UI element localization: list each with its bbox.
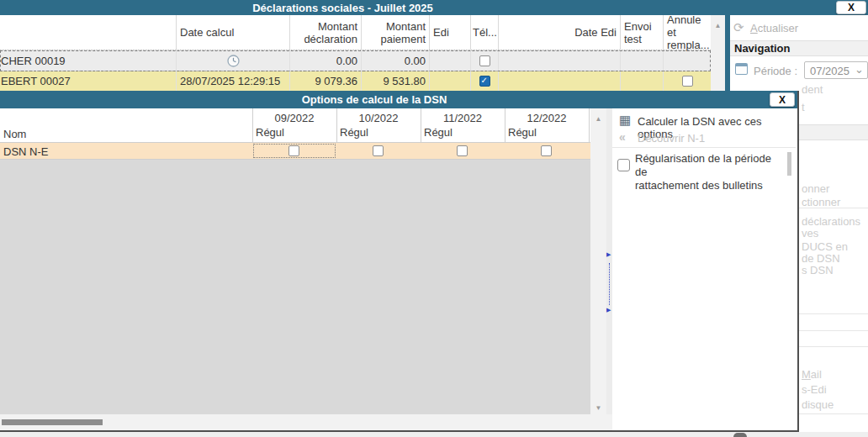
dsn-options-dialog: Options de calcul de la DSN X Nom 09/202… bbox=[0, 91, 799, 432]
dialog-horizontal-scrollbar[interactable] bbox=[0, 414, 612, 430]
regul-subheader: Régul bbox=[424, 126, 453, 139]
periode-select[interactable]: 07/2025 ⌄ bbox=[804, 61, 868, 79]
row-envoi-test bbox=[621, 50, 664, 71]
dialog-close-button[interactable]: X bbox=[770, 92, 795, 107]
row-montant-paiement: 0.00 bbox=[362, 50, 430, 71]
row-date-edi bbox=[499, 50, 621, 71]
row-edi bbox=[430, 71, 471, 91]
regul-checkbox-12-2022[interactable] bbox=[541, 145, 552, 156]
month-header[interactable]: 10/2022 bbox=[336, 112, 421, 124]
regularisation-checkbox[interactable] bbox=[617, 159, 630, 171]
clipped-menu-item[interactable]: ctionner bbox=[802, 196, 840, 208]
scroll-up-icon[interactable]: ▲ bbox=[590, 115, 606, 124]
column-header-tel[interactable]: Tél... bbox=[471, 15, 499, 50]
periode-label: Période : bbox=[754, 65, 797, 77]
dialog-vertical-scrollbar[interactable]: ▲ ▼ bbox=[590, 108, 606, 414]
panel-splitter[interactable]: ▶ ▶ bbox=[606, 108, 612, 414]
regul-checkbox-09-2022[interactable] bbox=[288, 145, 299, 156]
regul-subheader: Régul bbox=[508, 126, 537, 139]
annule-checkbox[interactable] bbox=[682, 76, 693, 87]
pending-clock-icon bbox=[227, 55, 240, 67]
app-screen: Déclarations sociales - Juillet 2025 X D… bbox=[0, 0, 868, 437]
row-montant-declaration: 0.00 bbox=[290, 50, 362, 71]
regul-subheader: Régul bbox=[256, 126, 284, 139]
row-edi bbox=[430, 50, 471, 71]
month-header[interactable]: 11/2022 bbox=[421, 112, 505, 124]
clipped-menu-item-mail[interactable]: Mail bbox=[802, 368, 822, 381]
clipped-menu-item[interactable]: de DSN bbox=[802, 252, 840, 265]
column-header-date-edi[interactable]: Date Edi bbox=[499, 15, 621, 50]
column-header-name[interactable] bbox=[0, 15, 177, 50]
declarations-table: Date calcul Montant déclaration Montant … bbox=[0, 15, 711, 91]
regul-checkbox-10-2022[interactable] bbox=[373, 145, 384, 156]
clipped-menu-item[interactable]: dent bbox=[802, 83, 823, 96]
regularisation-label: Régularisation de la période de rattache… bbox=[635, 152, 780, 192]
month-header[interactable]: 09/2022 bbox=[252, 112, 336, 124]
chevron-down-icon: ⌄ bbox=[855, 63, 864, 76]
row-annule bbox=[664, 71, 711, 91]
regul-subheader: Régul bbox=[340, 126, 368, 139]
row-name: EBERT 00027 bbox=[0, 71, 177, 91]
clipped-menu-item[interactable]: onner bbox=[802, 182, 829, 195]
clipped-menu-item[interactable]: t bbox=[802, 101, 805, 113]
column-header-edi[interactable]: Edi bbox=[430, 15, 471, 50]
row-montant-declaration: 9 079.36 bbox=[290, 71, 362, 91]
actualiser-button[interactable]: Actualiser bbox=[750, 22, 798, 34]
chevron-double-left-icon: « bbox=[619, 130, 626, 144]
divider bbox=[612, 147, 796, 148]
nom-header[interactable]: Nom bbox=[3, 128, 26, 140]
main-window-titlebar[interactable]: Déclarations sociales - Juillet 2025 bbox=[0, 0, 868, 15]
calendar-icon bbox=[735, 63, 748, 75]
dialog-title: Options de calcul de la DSN bbox=[0, 93, 749, 106]
column-header-montant-declaration[interactable]: Montant déclaration bbox=[290, 15, 362, 50]
column-header-envoi-test[interactable]: Envoi test bbox=[621, 15, 664, 50]
clipped-menu-item[interactable]: déclarations bbox=[802, 215, 860, 228]
clipped-menu-item[interactable]: s-Edi bbox=[802, 383, 827, 396]
splitter-arrow-icon[interactable]: ▶ bbox=[606, 251, 611, 258]
splitter-dotted-line bbox=[609, 263, 610, 305]
row-tel bbox=[471, 71, 499, 91]
main-table-scrollbar[interactable]: ▲ bbox=[711, 15, 725, 91]
clipped-menu-item[interactable]: ves bbox=[802, 227, 818, 240]
row-date-calcul: 28/07/2025 12:29:15 bbox=[177, 71, 290, 91]
calculator-icon: ▦ bbox=[619, 113, 631, 128]
splitter-arrow-icon[interactable]: ▶ bbox=[606, 307, 611, 313]
tel-checkbox[interactable] bbox=[479, 55, 490, 66]
dialog-titlebar[interactable]: Options de calcul de la DSN bbox=[0, 91, 797, 108]
main-close-button[interactable]: X bbox=[836, 1, 866, 14]
row-date-calcul bbox=[177, 50, 290, 71]
refresh-icon: ⟳ bbox=[733, 20, 744, 35]
clipped-icon bbox=[733, 433, 747, 437]
month-header[interactable]: 12/2022 bbox=[505, 112, 589, 124]
options-scrollbar-thumb[interactable] bbox=[787, 152, 791, 176]
row-envoi-test bbox=[621, 71, 664, 91]
table-row[interactable]: CHER 00019 0.00 0.00 bbox=[0, 50, 711, 71]
scroll-up-icon[interactable]: ▲ bbox=[711, 22, 725, 30]
row-date-edi bbox=[499, 71, 621, 91]
row-name: CHER 00019 bbox=[0, 50, 177, 71]
regul-checkbox-11-2022[interactable] bbox=[457, 145, 468, 156]
row-tel bbox=[471, 50, 499, 71]
scroll-down-icon[interactable]: ▼ bbox=[590, 404, 606, 413]
column-header-date-calcul[interactable]: Date calcul bbox=[177, 15, 290, 50]
main-window-title: Déclarations sociales - Juillet 2025 bbox=[0, 2, 685, 14]
column-header-annule[interactable]: Annule et rempla... bbox=[664, 15, 711, 50]
discover-n1-button[interactable]: Découvrir N-1 bbox=[638, 132, 705, 145]
navigation-section-header: Navigation bbox=[730, 40, 868, 56]
horizontal-scrollbar-thumb[interactable] bbox=[2, 419, 103, 425]
clipped-menu-item[interactable]: DUCS en bbox=[802, 240, 848, 253]
clipped-menu-item[interactable]: s DSN bbox=[802, 264, 834, 276]
table-row[interactable]: EBERT 00027 28/07/2025 12:29:15 9 079.36… bbox=[0, 71, 711, 92]
dialog-table-header: Nom 09/2022 10/2022 11/2022 12/2022 Régu… bbox=[0, 108, 590, 142]
row-montant-paiement: 9 531.80 bbox=[362, 71, 430, 91]
tel-checkbox[interactable] bbox=[479, 76, 490, 87]
clipped-menu-item[interactable]: disque bbox=[802, 398, 834, 411]
row-annule bbox=[664, 50, 711, 71]
dsn-row[interactable]: DSN N-E bbox=[0, 142, 590, 160]
dialog-options-panel: ▦ Calculer la DSN avec ces options « Déc… bbox=[612, 108, 797, 430]
column-header-montant-paiement[interactable]: Montant paiement bbox=[362, 15, 430, 50]
dsn-row-name: DSN N-E bbox=[3, 145, 48, 158]
